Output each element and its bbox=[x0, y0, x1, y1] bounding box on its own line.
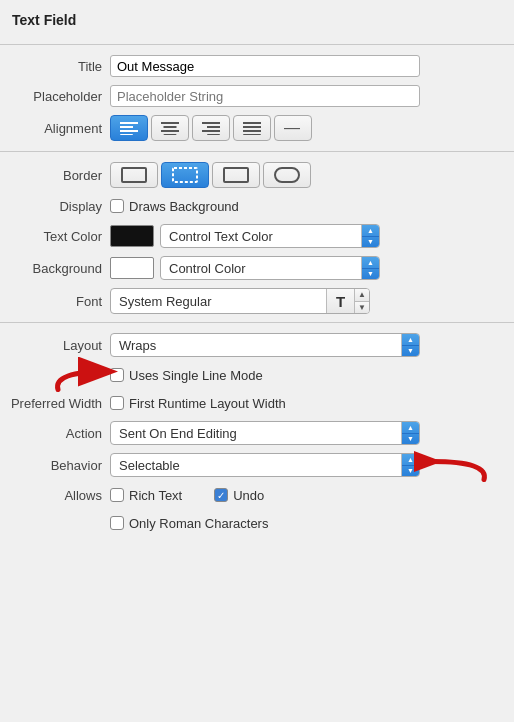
align-justify-button[interactable] bbox=[233, 115, 271, 141]
single-line-label[interactable]: Uses Single Line Mode bbox=[110, 368, 263, 383]
align-left-icon bbox=[120, 121, 138, 135]
svg-rect-15 bbox=[243, 134, 261, 135]
svg-rect-0 bbox=[120, 122, 138, 124]
background-down[interactable]: ▼ bbox=[362, 269, 379, 280]
align-center-button[interactable] bbox=[151, 115, 189, 141]
layout-down[interactable]: ▼ bbox=[402, 346, 419, 357]
layout-up[interactable]: ▲ bbox=[402, 334, 419, 346]
alignment-buttons: — bbox=[110, 115, 506, 141]
text-color-arrows: ▲ ▼ bbox=[361, 225, 379, 247]
placeholder-row: Placeholder bbox=[0, 81, 514, 111]
roman-checkbox[interactable] bbox=[110, 516, 124, 530]
first-runtime-label[interactable]: First Runtime Layout Width bbox=[110, 396, 286, 411]
placeholder-content bbox=[110, 85, 506, 107]
panel-title: Text Field bbox=[0, 12, 514, 38]
behavior-arrows: ▲ ▼ bbox=[401, 454, 419, 476]
font-type-button[interactable]: T bbox=[326, 289, 354, 313]
action-up[interactable]: ▲ bbox=[402, 422, 419, 434]
display-label: Display bbox=[0, 199, 110, 214]
svg-rect-5 bbox=[164, 126, 177, 128]
rich-text-checkbox[interactable] bbox=[110, 488, 124, 502]
behavior-up[interactable]: ▲ bbox=[402, 454, 419, 466]
preferred-width-content: First Runtime Layout Width bbox=[110, 396, 506, 411]
border-none-icon bbox=[120, 166, 148, 184]
align-right-button[interactable] bbox=[192, 115, 230, 141]
svg-rect-13 bbox=[243, 126, 261, 128]
border-dashed-button[interactable] bbox=[161, 162, 209, 188]
draws-background-checkbox[interactable] bbox=[110, 199, 124, 213]
placeholder-input[interactable] bbox=[110, 85, 420, 107]
svg-rect-8 bbox=[202, 122, 220, 124]
background-up[interactable]: ▲ bbox=[362, 257, 379, 269]
border-none-button[interactable] bbox=[110, 162, 158, 188]
svg-rect-2 bbox=[120, 130, 138, 132]
first-runtime-text: First Runtime Layout Width bbox=[129, 396, 286, 411]
allows-label: Allows bbox=[0, 488, 110, 503]
background-content: Control Color ▲ ▼ bbox=[110, 256, 506, 280]
svg-rect-12 bbox=[243, 122, 261, 124]
align-left-button[interactable] bbox=[110, 115, 148, 141]
align-dash-button[interactable]: — bbox=[274, 115, 312, 141]
svg-rect-17 bbox=[173, 168, 197, 182]
svg-rect-19 bbox=[275, 168, 299, 182]
layout-value: Wraps bbox=[111, 338, 401, 353]
divider-1 bbox=[0, 151, 514, 152]
text-field-panel: Text Field Title Placeholder Alignment bbox=[0, 0, 514, 553]
border-line-icon bbox=[222, 166, 250, 184]
text-color-dropdown[interactable]: Control Text Color ▲ ▼ bbox=[160, 224, 380, 248]
font-content: System Regular T ▲ ▼ bbox=[110, 288, 506, 314]
font-up[interactable]: ▲ bbox=[355, 289, 369, 302]
undo-checkbox[interactable]: ✓ bbox=[214, 488, 228, 502]
divider-2 bbox=[0, 322, 514, 323]
font-value: System Regular bbox=[111, 294, 326, 309]
action-down[interactable]: ▼ bbox=[402, 434, 419, 445]
text-color-up[interactable]: ▲ bbox=[362, 225, 379, 237]
layout-label: Layout bbox=[0, 338, 110, 353]
svg-rect-11 bbox=[207, 134, 220, 135]
placeholder-label: Placeholder bbox=[0, 89, 110, 104]
font-stepper: ▲ ▼ bbox=[354, 289, 369, 313]
title-label: Title bbox=[0, 59, 110, 74]
svg-rect-7 bbox=[164, 134, 177, 135]
behavior-dropdown[interactable]: Selectable ▲ ▼ bbox=[110, 453, 420, 477]
title-content bbox=[110, 55, 506, 77]
font-box[interactable]: System Regular T ▲ ▼ bbox=[110, 288, 370, 314]
alignment-label: Alignment bbox=[0, 121, 110, 136]
behavior-row: Behavior Selectable ▲ ▼ bbox=[0, 449, 514, 481]
background-color-swatch[interactable] bbox=[110, 257, 154, 279]
text-color-label: Text Color bbox=[0, 229, 110, 244]
background-label: Background bbox=[0, 261, 110, 276]
single-line-wrapper: Uses Single Line Mode bbox=[0, 361, 514, 389]
roman-row: Only Roman Characters bbox=[0, 509, 514, 537]
action-dropdown[interactable]: Sent On End Editing ▲ ▼ bbox=[110, 421, 420, 445]
background-value: Control Color bbox=[161, 261, 361, 276]
title-input[interactable] bbox=[110, 55, 420, 77]
single-line-row: Uses Single Line Mode bbox=[0, 361, 514, 389]
action-row: Action Sent On End Editing ▲ ▼ bbox=[0, 417, 514, 449]
layout-row: Layout Wraps ▲ ▼ bbox=[0, 329, 514, 361]
undo-check[interactable]: ✓ Undo bbox=[214, 488, 264, 503]
border-rounded-button[interactable] bbox=[263, 162, 311, 188]
background-dropdown[interactable]: Control Color ▲ ▼ bbox=[160, 256, 380, 280]
border-line-button[interactable] bbox=[212, 162, 260, 188]
behavior-value: Selectable bbox=[111, 458, 401, 473]
border-row: Border bbox=[0, 158, 514, 192]
draws-background-label[interactable]: Draws Background bbox=[110, 199, 239, 214]
preferred-width-checkbox[interactable] bbox=[110, 396, 124, 410]
font-row: Font System Regular T ▲ ▼ bbox=[0, 284, 514, 318]
allows-row: Allows Rich Text ✓ Undo bbox=[0, 481, 514, 509]
font-down[interactable]: ▼ bbox=[355, 302, 369, 314]
allows-content: Rich Text ✓ Undo bbox=[110, 488, 506, 503]
rich-text-text: Rich Text bbox=[129, 488, 182, 503]
action-label: Action bbox=[0, 426, 110, 441]
svg-rect-10 bbox=[202, 130, 220, 132]
text-color-down[interactable]: ▼ bbox=[362, 237, 379, 248]
rich-text-check[interactable]: Rich Text bbox=[110, 488, 182, 503]
behavior-wrapper: Behavior Selectable ▲ ▼ bbox=[0, 449, 514, 481]
behavior-down[interactable]: ▼ bbox=[402, 466, 419, 477]
single-line-checkbox[interactable] bbox=[110, 368, 124, 382]
text-color-swatch[interactable] bbox=[110, 225, 154, 247]
svg-rect-18 bbox=[224, 168, 248, 182]
layout-dropdown[interactable]: Wraps ▲ ▼ bbox=[110, 333, 420, 357]
roman-label[interactable]: Only Roman Characters bbox=[110, 516, 268, 531]
